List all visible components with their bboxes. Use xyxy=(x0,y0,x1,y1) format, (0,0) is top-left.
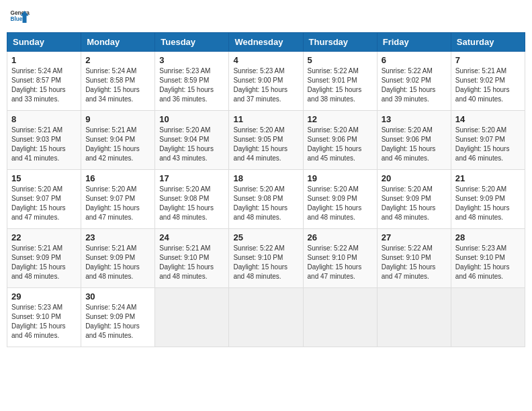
day-content: Sunrise: 5:21 AMSunset: 9:09 PMDaylight:… xyxy=(11,244,77,281)
calendar-cell: 30Sunrise: 5:24 AMSunset: 9:09 PMDayligh… xyxy=(81,288,155,347)
day-content: Sunrise: 5:21 AMSunset: 9:09 PMDaylight:… xyxy=(85,244,150,281)
svg-text:Blue: Blue xyxy=(11,16,23,22)
day-content: Sunrise: 5:20 AMSunset: 9:09 PMDaylight:… xyxy=(382,185,447,222)
calendar-cell: 25Sunrise: 5:22 AMSunset: 9:10 PMDayligh… xyxy=(229,229,303,288)
calendar-cell: 5Sunrise: 5:22 AMSunset: 9:01 PMDaylight… xyxy=(303,52,377,111)
calendar-cell: 11Sunrise: 5:20 AMSunset: 9:05 PMDayligh… xyxy=(229,111,303,170)
calendar-cell: 24Sunrise: 5:21 AMSunset: 9:10 PMDayligh… xyxy=(155,229,229,288)
calendar-cell: 23Sunrise: 5:21 AMSunset: 9:09 PMDayligh… xyxy=(81,229,155,288)
day-content: Sunrise: 5:20 AMSunset: 9:04 PMDaylight:… xyxy=(159,126,224,163)
day-content: Sunrise: 5:21 AMSunset: 9:04 PMDaylight:… xyxy=(85,126,150,163)
day-number: 11 xyxy=(233,114,298,124)
logo-icon: General Blue xyxy=(9,7,30,27)
day-number: 25 xyxy=(233,232,298,242)
calendar-cell xyxy=(155,288,229,347)
calendar-cell: 15Sunrise: 5:20 AMSunset: 9:07 PMDayligh… xyxy=(7,170,81,229)
day-content: Sunrise: 5:24 AMSunset: 8:58 PMDaylight:… xyxy=(85,66,150,104)
calendar-cell: 7Sunrise: 5:21 AMSunset: 9:02 PMDaylight… xyxy=(451,52,525,111)
header-friday: Friday xyxy=(377,33,451,52)
day-content: Sunrise: 5:20 AMSunset: 9:05 PMDaylight:… xyxy=(233,126,298,163)
day-number: 5 xyxy=(308,55,373,65)
day-content: Sunrise: 5:22 AMSunset: 9:02 PMDaylight:… xyxy=(382,66,447,104)
day-content: Sunrise: 5:22 AMSunset: 9:10 PMDaylight:… xyxy=(382,244,447,281)
day-number: 12 xyxy=(308,114,373,124)
calendar-week-2: 8Sunrise: 5:21 AMSunset: 9:03 PMDaylight… xyxy=(7,111,525,170)
day-number: 17 xyxy=(159,173,224,183)
day-content: Sunrise: 5:24 AMSunset: 8:57 PMDaylight:… xyxy=(11,66,77,104)
day-number: 3 xyxy=(159,55,224,65)
calendar-cell: 29Sunrise: 5:23 AMSunset: 9:10 PMDayligh… xyxy=(7,288,81,347)
day-number: 8 xyxy=(11,114,77,124)
calendar-cell: 27Sunrise: 5:22 AMSunset: 9:10 PMDayligh… xyxy=(377,229,451,288)
day-number: 27 xyxy=(382,232,447,242)
header-wednesday: Wednesday xyxy=(229,33,303,52)
calendar-cell: 6Sunrise: 5:22 AMSunset: 9:02 PMDaylight… xyxy=(377,52,451,111)
day-number: 6 xyxy=(382,55,447,65)
calendar-cell: 17Sunrise: 5:20 AMSunset: 9:08 PMDayligh… xyxy=(155,170,229,229)
calendar-table: Sunday Monday Tuesday Wednesday Thursday… xyxy=(7,32,525,347)
day-number: 23 xyxy=(85,232,150,242)
calendar-week-5: 29Sunrise: 5:23 AMSunset: 9:10 PMDayligh… xyxy=(7,288,525,347)
calendar-cell xyxy=(303,288,377,347)
day-number: 15 xyxy=(11,173,77,183)
day-number: 1 xyxy=(11,55,77,65)
day-number: 29 xyxy=(11,291,77,302)
day-number: 19 xyxy=(308,173,373,183)
calendar-cell xyxy=(451,288,525,347)
calendar-cell: 18Sunrise: 5:20 AMSunset: 9:08 PMDayligh… xyxy=(229,170,303,229)
day-content: Sunrise: 5:20 AMSunset: 9:07 PMDaylight:… xyxy=(11,185,77,222)
day-number: 4 xyxy=(233,55,298,65)
calendar-cell xyxy=(229,288,303,347)
calendar-header-row: Sunday Monday Tuesday Wednesday Thursday… xyxy=(7,33,525,52)
calendar-week-3: 15Sunrise: 5:20 AMSunset: 9:07 PMDayligh… xyxy=(7,170,525,229)
day-content: Sunrise: 5:23 AMSunset: 9:10 PMDaylight:… xyxy=(455,244,521,281)
calendar-cell xyxy=(377,288,451,347)
day-number: 28 xyxy=(455,232,521,242)
calendar-cell: 22Sunrise: 5:21 AMSunset: 9:09 PMDayligh… xyxy=(7,229,81,288)
calendar-cell: 8Sunrise: 5:21 AMSunset: 9:03 PMDaylight… xyxy=(7,111,81,170)
day-content: Sunrise: 5:21 AMSunset: 9:10 PMDaylight:… xyxy=(159,244,224,281)
calendar-cell: 19Sunrise: 5:20 AMSunset: 9:09 PMDayligh… xyxy=(303,170,377,229)
day-number: 18 xyxy=(233,173,298,183)
page-header: General Blue xyxy=(7,7,525,27)
calendar-cell: 12Sunrise: 5:20 AMSunset: 9:06 PMDayligh… xyxy=(303,111,377,170)
calendar-cell: 10Sunrise: 5:20 AMSunset: 9:04 PMDayligh… xyxy=(155,111,229,170)
header-monday: Monday xyxy=(81,33,155,52)
day-content: Sunrise: 5:20 AMSunset: 9:08 PMDaylight:… xyxy=(159,185,224,222)
calendar-cell: 1Sunrise: 5:24 AMSunset: 8:57 PMDaylight… xyxy=(7,52,81,111)
day-content: Sunrise: 5:20 AMSunset: 9:07 PMDaylight:… xyxy=(455,126,521,163)
calendar-cell: 14Sunrise: 5:20 AMSunset: 9:07 PMDayligh… xyxy=(451,111,525,170)
day-content: Sunrise: 5:23 AMSunset: 9:10 PMDaylight:… xyxy=(11,303,77,340)
calendar-cell: 3Sunrise: 5:23 AMSunset: 8:59 PMDaylight… xyxy=(155,52,229,111)
day-number: 2 xyxy=(85,55,150,65)
calendar-cell: 4Sunrise: 5:23 AMSunset: 9:00 PMDaylight… xyxy=(229,52,303,111)
day-content: Sunrise: 5:20 AMSunset: 9:06 PMDaylight:… xyxy=(308,126,373,163)
day-number: 16 xyxy=(85,173,150,183)
day-content: Sunrise: 5:20 AMSunset: 9:08 PMDaylight:… xyxy=(233,185,298,222)
calendar-week-1: 1Sunrise: 5:24 AMSunset: 8:57 PMDaylight… xyxy=(7,52,525,111)
header-thursday: Thursday xyxy=(303,33,377,52)
day-number: 20 xyxy=(382,173,447,183)
day-content: Sunrise: 5:24 AMSunset: 9:09 PMDaylight:… xyxy=(85,303,150,340)
day-content: Sunrise: 5:20 AMSunset: 9:09 PMDaylight:… xyxy=(455,185,521,222)
header-sunday: Sunday xyxy=(7,33,81,52)
day-content: Sunrise: 5:22 AMSunset: 9:01 PMDaylight:… xyxy=(308,66,373,104)
header-tuesday: Tuesday xyxy=(155,33,229,52)
calendar-cell: 9Sunrise: 5:21 AMSunset: 9:04 PMDaylight… xyxy=(81,111,155,170)
day-number: 24 xyxy=(159,232,224,242)
day-content: Sunrise: 5:20 AMSunset: 9:07 PMDaylight:… xyxy=(85,185,150,222)
day-content: Sunrise: 5:23 AMSunset: 8:59 PMDaylight:… xyxy=(159,66,224,104)
day-number: 7 xyxy=(455,55,521,65)
day-number: 30 xyxy=(85,291,150,302)
calendar-week-4: 22Sunrise: 5:21 AMSunset: 9:09 PMDayligh… xyxy=(7,229,525,288)
day-number: 26 xyxy=(308,232,373,242)
day-content: Sunrise: 5:21 AMSunset: 9:03 PMDaylight:… xyxy=(11,126,77,163)
day-number: 22 xyxy=(11,232,77,242)
calendar-cell: 16Sunrise: 5:20 AMSunset: 9:07 PMDayligh… xyxy=(81,170,155,229)
day-content: Sunrise: 5:20 AMSunset: 9:06 PMDaylight:… xyxy=(382,126,447,163)
logo: General Blue xyxy=(9,7,30,27)
day-content: Sunrise: 5:22 AMSunset: 9:10 PMDaylight:… xyxy=(233,244,298,281)
day-content: Sunrise: 5:23 AMSunset: 9:00 PMDaylight:… xyxy=(233,66,298,104)
calendar-cell: 20Sunrise: 5:20 AMSunset: 9:09 PMDayligh… xyxy=(377,170,451,229)
calendar-cell: 26Sunrise: 5:22 AMSunset: 9:10 PMDayligh… xyxy=(303,229,377,288)
